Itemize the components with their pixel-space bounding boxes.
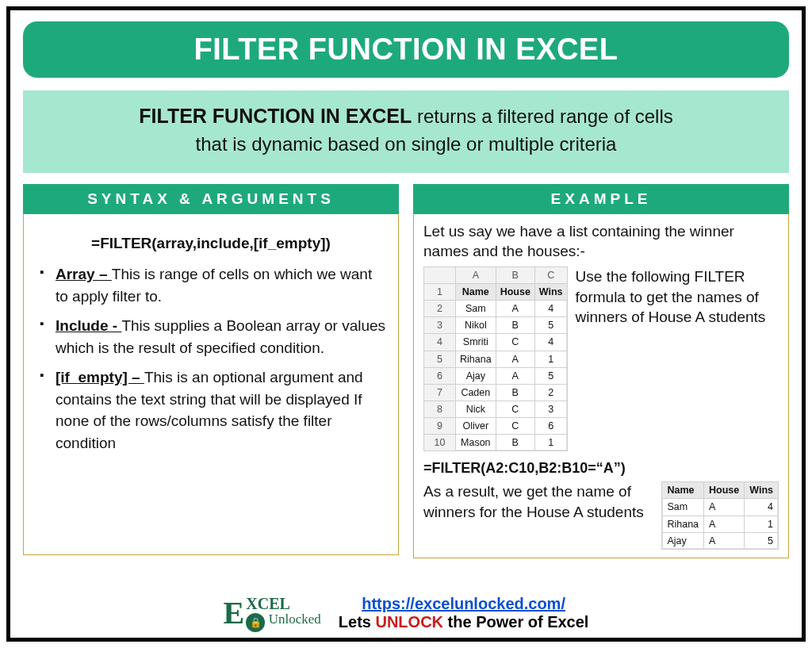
cell: 4 [534, 334, 567, 351]
row-num: 4 [424, 334, 456, 351]
cell: Rihana [662, 516, 704, 532]
cell: 1 [534, 351, 567, 367]
syntax-header: SYNTAX & ARGUMENTS [23, 184, 399, 214]
arg-name-include: Include - [56, 317, 121, 334]
example-header: EXAMPLE [413, 184, 789, 214]
list-item: Array – This is range of cells on which … [40, 263, 387, 307]
cell: 2 [534, 384, 567, 401]
cell: Nick [456, 401, 496, 417]
table-row: 7CadenB2 [424, 384, 568, 401]
cell: A [496, 351, 534, 367]
result-spreadsheet: Name House Wins SamA4 RihanaA1 AjayA5 [661, 481, 779, 550]
logo-text-top: XCEL [246, 596, 321, 611]
cell: 1 [534, 435, 567, 451]
syntax-body: =FILTER(array,include,[if_empty]) Array … [23, 213, 399, 555]
col-label: A [456, 266, 496, 283]
cell: Mason [456, 435, 496, 451]
header-cell: Wins [534, 284, 567, 301]
cell: Rihana [456, 351, 496, 367]
cell: Caden [456, 384, 496, 401]
table-row: AjayA5 [662, 532, 779, 549]
cell: 5 [534, 367, 567, 384]
footer: E XCEL 🔒 Unlocked https://excelunlocked.… [10, 595, 802, 631]
cell: A [496, 367, 534, 384]
col-label: C [534, 266, 567, 283]
row-num: 1 [424, 284, 456, 301]
cell: C [496, 418, 534, 435]
cell: Sam [456, 301, 496, 317]
cell: A [496, 301, 534, 317]
cell: 3 [534, 401, 567, 417]
cell: A [704, 499, 745, 516]
table-row: 8NickC3 [424, 401, 568, 417]
header-cell: Name [662, 482, 704, 499]
table-row: 3NikolB5 [424, 317, 568, 334]
cell: 4 [745, 499, 779, 516]
description-text-2: that is dynamic based on single or multi… [196, 133, 617, 155]
cell: Ajay [456, 367, 496, 384]
col-label: B [496, 266, 534, 283]
cell: 5 [534, 317, 567, 334]
arg-name-ifempty: [if_empty] – [56, 369, 144, 385]
cell: B [496, 435, 534, 451]
columns: SYNTAX & ARGUMENTS =FILTER(array,include… [23, 184, 789, 558]
header-cell: House [496, 284, 534, 301]
cell: Oliver [456, 418, 496, 435]
cell: 5 [745, 532, 779, 549]
arg-name-array: Array – [56, 266, 112, 282]
syntax-column: SYNTAX & ARGUMENTS =FILTER(array,include… [23, 184, 399, 558]
example-formula: =FILTER(A2:C10,B2:B10=“A”) [423, 458, 779, 478]
list-item: Include - This supplies a Boolean array … [40, 315, 387, 359]
table-row: SamA4 [662, 499, 779, 516]
example-result-text: As a result, we get the name of winners … [423, 481, 655, 522]
cell: C [496, 401, 534, 417]
header-cell: Wins [745, 482, 779, 499]
logo-text-bottom: Unlocked [269, 612, 321, 627]
cell: B [496, 317, 534, 334]
cell: B [496, 384, 534, 401]
example-body: Let us say we have a list containing the… [413, 213, 789, 558]
header-cell: House [704, 482, 745, 499]
example-intro: Let us say we have a list containing the… [423, 221, 779, 262]
cell: Ajay [662, 532, 704, 549]
example-column: EXAMPLE Let us say we have a list contai… [413, 184, 789, 558]
table-row: 6AjayA5 [424, 367, 568, 384]
table-row: 9OliverC6 [424, 418, 568, 435]
cell: A [704, 532, 745, 549]
list-item: [if_empty] – This is an optional argumen… [40, 366, 387, 454]
cell: 1 [745, 516, 779, 532]
description-banner: FILTER FUNCTION IN EXCEL returns a filte… [23, 90, 789, 173]
header-cell: Name [456, 284, 496, 301]
table-row: 10MasonB1 [424, 435, 568, 451]
syntax-formula: =FILTER(array,include,[if_empty]) [35, 232, 387, 255]
cell: 6 [534, 418, 567, 435]
footer-text: https://excelunlocked.com/ Lets UNLOCK t… [339, 595, 589, 631]
table-row: 4SmritiC4 [424, 334, 568, 351]
row-num: 7 [424, 384, 456, 401]
keyhole-icon: 🔒 [246, 613, 265, 632]
logo: E XCEL 🔒 Unlocked [224, 596, 321, 630]
cell: C [496, 334, 534, 351]
logo-letter-e: E [224, 600, 245, 627]
cell: Smriti [456, 334, 496, 351]
cell: A [704, 516, 745, 532]
row-num: 10 [424, 435, 456, 451]
cell: Sam [662, 499, 704, 516]
argument-list: Array – This is range of cells on which … [35, 263, 387, 454]
row-num: 2 [424, 301, 456, 317]
tagline-unlock: UNLOCK [375, 613, 443, 631]
description-strong: FILTER FUNCTION IN EXCEL [139, 105, 412, 127]
footer-link[interactable]: https://excelunlocked.com/ [362, 595, 565, 612]
row-num: 5 [424, 351, 456, 367]
table-row: 2SamA4 [424, 301, 568, 317]
table-row: RihanaA1 [662, 516, 779, 532]
table-row: 5RihanaA1 [424, 351, 568, 367]
cell: Nikol [456, 317, 496, 334]
row-num: 9 [424, 418, 456, 435]
row-num: 6 [424, 367, 456, 384]
example-side-text: Use the following FILTER formula to get … [576, 266, 779, 328]
cell: 4 [534, 301, 567, 317]
corner-cell [424, 266, 456, 283]
page-title: FILTER FUNCTION IN EXCEL [23, 21, 789, 78]
tagline-pre: Lets [339, 613, 376, 631]
